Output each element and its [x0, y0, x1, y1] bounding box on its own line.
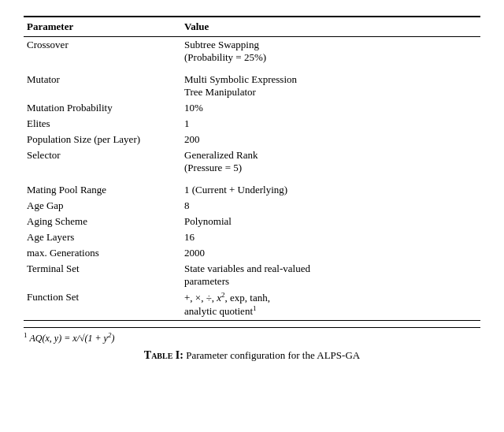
- value-cell: +, ×, ÷, x2, exp, tanh,analytic quotient…: [181, 289, 480, 320]
- table-row: Mutation Probability10%: [24, 100, 480, 116]
- value-header: Value: [181, 17, 480, 37]
- table-row: max. Generations2000: [24, 245, 480, 261]
- param-cell: Mating Pool Range: [24, 176, 181, 198]
- param-cell: Aging Scheme: [24, 214, 181, 229]
- value-cell: Multi Symbolic ExpressionTree Manipulato…: [181, 65, 480, 100]
- parameter-header: Parameter: [24, 17, 181, 37]
- table-row: Mating Pool Range1 (Current + Underlying…: [24, 176, 480, 198]
- param-cell: Elites: [24, 116, 181, 132]
- table-row: Age Layers16: [24, 229, 480, 245]
- table-row: Aging SchemePolynomial: [24, 214, 480, 229]
- page-container: Parameter Value CrossoverSubtree Swappin…: [24, 16, 480, 362]
- param-cell: Crossover: [24, 37, 181, 66]
- table-row: Terminal SetState variables and real-val…: [24, 261, 480, 289]
- caption-text: Parameter configuration for the ALPS-GA: [186, 349, 360, 361]
- parameters-table: Parameter Value CrossoverSubtree Swappin…: [24, 16, 480, 321]
- value-cell: 10%: [181, 100, 480, 116]
- value-cell: 8: [181, 198, 480, 214]
- value-cell: 1 (Current + Underlying): [181, 176, 480, 198]
- param-cell: Function Set: [24, 289, 181, 320]
- value-cell: 16: [181, 229, 480, 245]
- caption-label: Table I:: [144, 349, 183, 361]
- param-cell: Age Gap: [24, 198, 181, 214]
- value-cell: 2000: [181, 245, 480, 261]
- footnote-text: 1 AQ(x, y) = x/√(1 + y2): [24, 333, 114, 344]
- param-cell: Terminal Set: [24, 261, 181, 289]
- param-cell: Selector: [24, 147, 181, 176]
- table-row: CrossoverSubtree Swapping(Probability = …: [24, 37, 480, 66]
- footnote: 1 AQ(x, y) = x/√(1 + y2): [24, 327, 480, 344]
- table-row: Population Size (per Layer)200: [24, 132, 480, 147]
- table-row: Age Gap8: [24, 198, 480, 214]
- table-row: MutatorMulti Symbolic ExpressionTree Man…: [24, 65, 480, 100]
- param-cell: max. Generations: [24, 245, 181, 261]
- param-cell: Mutation Probability: [24, 100, 181, 116]
- table-header-row: Parameter Value: [24, 17, 480, 37]
- param-cell: Mutator: [24, 65, 181, 100]
- table-row: Elites1: [24, 116, 480, 132]
- param-cell: Population Size (per Layer): [24, 132, 181, 147]
- table-caption: Table I: Parameter configuration for the…: [24, 349, 480, 362]
- value-cell: State variables and real-valuedparameter…: [181, 261, 480, 289]
- value-cell: Subtree Swapping(Probability = 25%): [181, 37, 480, 66]
- value-cell: 1: [181, 116, 480, 132]
- value-cell: Generalized Rank(Pressure = 5): [181, 147, 480, 176]
- value-cell: Polynomial: [181, 214, 480, 229]
- value-cell: 200: [181, 132, 480, 147]
- table-row: Function Set+, ×, ÷, x2, exp, tanh,analy…: [24, 289, 480, 320]
- param-cell: Age Layers: [24, 229, 181, 245]
- table-row: SelectorGeneralized Rank(Pressure = 5): [24, 147, 480, 176]
